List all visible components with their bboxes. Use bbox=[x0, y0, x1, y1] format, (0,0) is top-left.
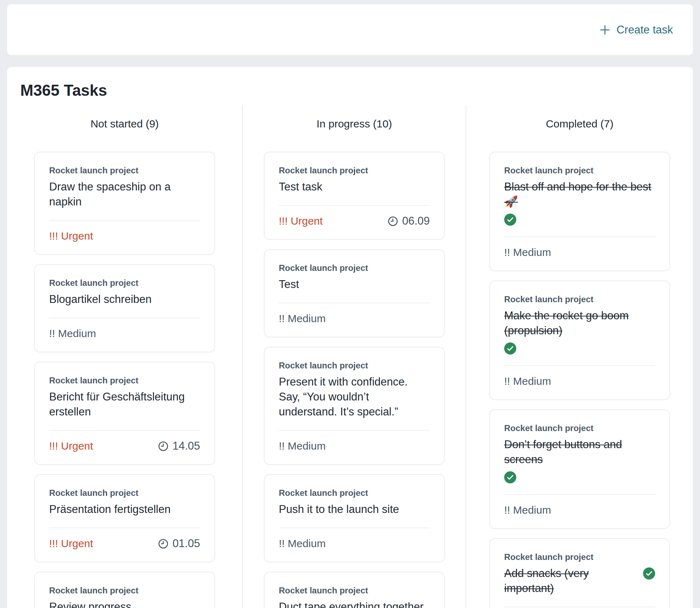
card-spacer bbox=[504, 355, 655, 365]
task-card[interactable]: Rocket launch projectDraw the spaceship … bbox=[34, 152, 215, 255]
plus-icon bbox=[599, 23, 611, 36]
task-card[interactable]: Rocket launch projectTest task!!! Urgent… bbox=[264, 152, 445, 240]
card-divider bbox=[504, 494, 655, 495]
due-date: 01.05 bbox=[158, 537, 200, 550]
card-divider bbox=[279, 205, 430, 206]
task-project-label: Rocket launch project bbox=[279, 488, 430, 498]
card-footer: !!! Urgent06.09 bbox=[279, 214, 430, 228]
priority-label: !!! Urgent bbox=[49, 229, 93, 243]
card-spacer bbox=[504, 596, 655, 607]
card-spacer bbox=[279, 194, 430, 205]
card-divider bbox=[504, 607, 655, 607]
task-project-label: Rocket launch project bbox=[279, 585, 430, 596]
card-footer: !!! Urgent14.05 bbox=[49, 439, 200, 453]
priority-label: !!! Urgent bbox=[49, 439, 93, 453]
clock-icon bbox=[158, 441, 169, 452]
due-date: 14.05 bbox=[158, 440, 200, 452]
task-card[interactable]: Rocket launch projectReview progress bbox=[34, 572, 215, 608]
card-footer: !! Medium bbox=[504, 503, 655, 517]
task-title: Test task bbox=[279, 179, 430, 194]
task-project-label: Rocket launch project bbox=[49, 375, 200, 386]
priority-label: !! Medium bbox=[504, 246, 551, 259]
priority-label: !!! Urgent bbox=[49, 537, 93, 550]
card-divider bbox=[49, 220, 200, 221]
task-card[interactable]: Rocket launch projectBericht für Geschäf… bbox=[34, 362, 215, 465]
task-card[interactable]: Rocket launch projectPresent it with con… bbox=[264, 347, 445, 465]
card-list: Rocket launch projectDraw the spaceship … bbox=[7, 152, 242, 608]
card-footer: !! Medium bbox=[504, 374, 655, 388]
task-title-row: Add snacks (very important) bbox=[504, 566, 655, 596]
card-spacer bbox=[504, 483, 655, 494]
priority-label: !! Medium bbox=[49, 327, 96, 340]
priority-label: !! Medium bbox=[504, 503, 551, 517]
task-title: Blast off and hope for the best 🚀 bbox=[504, 179, 655, 209]
task-card[interactable]: Rocket launch projectBlogartikel schreib… bbox=[34, 264, 215, 352]
card-footer: !!! Urgent01.05 bbox=[49, 537, 200, 550]
task-card[interactable]: Rocket launch projectPush it to the laun… bbox=[264, 474, 445, 562]
completed-check-icon bbox=[504, 214, 516, 226]
task-card[interactable]: Rocket launch projectMake the rocket go … bbox=[489, 281, 670, 400]
task-card[interactable]: Rocket launch projectTest!! Medium bbox=[264, 249, 445, 337]
due-date-text: 06.09 bbox=[402, 215, 430, 227]
card-divider bbox=[504, 236, 655, 237]
completed-check-icon bbox=[504, 342, 516, 355]
due-date-text: 14.05 bbox=[172, 440, 200, 452]
task-project-label: Rocket launch project bbox=[504, 165, 655, 176]
due-date: 06.09 bbox=[387, 215, 430, 227]
board-column: Completed (7)Rocket launch projectBlast … bbox=[466, 105, 693, 608]
task-title: Present it with confidence. Say, “You wo… bbox=[279, 374, 430, 419]
create-task-button[interactable]: Create task bbox=[594, 20, 677, 40]
task-project-label: Rocket launch project bbox=[49, 488, 200, 498]
task-title: Draw the spaceship on a napkin bbox=[49, 179, 200, 209]
card-spacer bbox=[279, 292, 430, 303]
board-column: Not started (9)Rocket launch projectDraw… bbox=[7, 105, 242, 608]
topbar: Create task bbox=[7, 4, 693, 55]
card-list: Rocket launch projectBlast off and hope … bbox=[466, 152, 693, 608]
card-divider bbox=[504, 365, 655, 366]
task-title: Blogartikel schreiben bbox=[49, 292, 200, 307]
task-project-label: Rocket launch project bbox=[504, 294, 655, 305]
task-title: Bericht für Geschäftsleitung erstellen bbox=[49, 389, 200, 419]
card-footer: !! Medium bbox=[279, 439, 430, 453]
priority-label: !! Medium bbox=[504, 374, 551, 388]
card-divider bbox=[279, 430, 430, 431]
card-spacer bbox=[279, 517, 430, 528]
card-divider bbox=[49, 528, 200, 528]
page-title: M365 Tasks bbox=[20, 81, 693, 100]
card-divider bbox=[49, 430, 200, 431]
create-task-label: Create task bbox=[616, 23, 673, 36]
task-card[interactable]: Rocket launch projectDon’t forget button… bbox=[489, 409, 670, 529]
task-card[interactable]: Rocket launch projectBlast off and hope … bbox=[489, 152, 670, 271]
task-card[interactable]: Rocket launch projectAdd snacks (very im… bbox=[489, 538, 670, 608]
task-title: Push it to the launch site bbox=[279, 502, 430, 517]
clock-icon bbox=[158, 538, 169, 549]
card-divider bbox=[279, 303, 430, 303]
task-card[interactable]: Rocket launch projectDuct tape everythin… bbox=[264, 572, 445, 608]
clock-icon bbox=[387, 216, 398, 227]
task-title: Test bbox=[279, 277, 430, 292]
board-panel: M365 Tasks Not started (9)Rocket launch … bbox=[7, 67, 693, 608]
task-title: Review progress bbox=[49, 599, 200, 608]
task-title: Don’t forget buttons and screens bbox=[504, 437, 655, 467]
completed-check-icon bbox=[643, 567, 655, 580]
task-project-label: Rocket launch project bbox=[279, 165, 430, 176]
task-title: Add snacks (very important) bbox=[504, 566, 638, 596]
card-spacer bbox=[49, 209, 200, 220]
column-header: In progress (10) bbox=[243, 105, 466, 152]
card-footer: !! Medium bbox=[49, 327, 200, 340]
card-list: Rocket launch projectTest task!!! Urgent… bbox=[243, 152, 466, 608]
board-column: In progress (10)Rocket launch projectTes… bbox=[242, 105, 466, 608]
task-project-label: Rocket launch project bbox=[49, 585, 200, 596]
card-footer: !!! Urgent bbox=[49, 229, 200, 243]
priority-label: !! Medium bbox=[279, 312, 326, 325]
card-spacer bbox=[279, 419, 430, 430]
priority-label: !! Medium bbox=[279, 439, 326, 453]
card-footer: !! Medium bbox=[279, 312, 430, 325]
task-project-label: Rocket launch project bbox=[504, 423, 655, 434]
board-columns: Not started (9)Rocket launch projectDraw… bbox=[7, 105, 693, 608]
task-card[interactable]: Rocket launch projectPräsentation fertig… bbox=[34, 474, 215, 562]
card-divider bbox=[49, 318, 200, 318]
card-spacer bbox=[504, 226, 655, 236]
task-title: Make the rocket go boom (propulsion) bbox=[504, 308, 655, 338]
column-header: Completed (7) bbox=[466, 105, 693, 152]
